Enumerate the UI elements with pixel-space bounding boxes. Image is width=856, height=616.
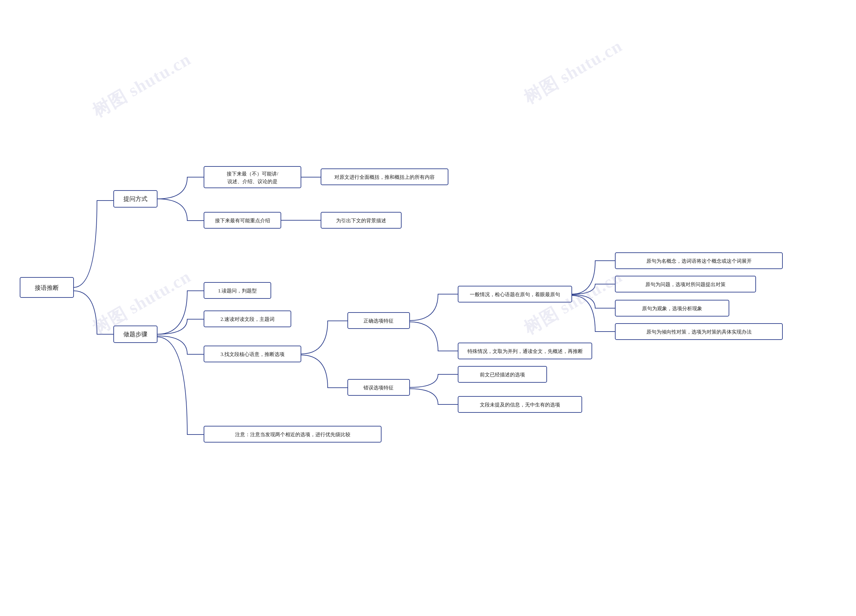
node-tqfs-c1 (204, 166, 301, 188)
label-yiban-s4: 原句为倾向性对策，选项为对策的具体实现办法 (647, 329, 752, 335)
edge-dtbs-s1 (157, 291, 204, 334)
label-wrong: 错误选项特征 (363, 385, 394, 390)
edge-correct-teshu (410, 322, 458, 351)
label-tqfs-c1a: 接下来最（不）可能讲/ (227, 171, 279, 177)
label-tqfs-c2: 接下来最有可能重点介绍 (215, 218, 270, 223)
label-yiban-s3: 原句为观象，选项分析现象 (642, 306, 702, 311)
edge-wrong-w1 (410, 374, 458, 387)
mindmap-container: 接语推断 提问方式 做题步骤 接下来最（不）可能讲/ 说述、介绍、议论的是 接下… (0, 0, 856, 616)
label-tqfs: 提问方式 (123, 195, 148, 202)
label-step1: 1.读题问，判题型 (218, 288, 257, 293)
label-teshu: 特殊情况，文取为并列，通读全文，先概述，再推断 (468, 349, 583, 354)
label-yiban-s2: 原句为问题，选项对所问题提出对策 (645, 282, 725, 287)
label-step2: 2.速读对读文段，主题词 (220, 316, 274, 322)
label-dtbs: 做题步骤 (123, 331, 148, 338)
label-note: 注意：注意当发现两个相近的选项，进行优先级比较 (235, 432, 350, 437)
edge-wrong-w2 (410, 389, 458, 404)
edge-step3-correct (301, 321, 348, 354)
edge-yiban-s4 (572, 295, 615, 332)
label-yiban-s1: 原句为名概念，选词语将这个概念或这个词展开 (647, 258, 752, 264)
edge-note (157, 337, 204, 435)
edge-root-tqfs (74, 201, 114, 287)
label-step3: 3.找文段核心语意，推断选项 (220, 352, 284, 357)
label-wrong-w1: 前文已经描述的选项 (480, 372, 525, 377)
edge-tqfs-c1 (157, 177, 204, 199)
edge-step3-wrong (301, 355, 348, 388)
root-label: 接语推断 (35, 284, 59, 291)
label-tqfs-r2: 为引出下文的背景描述 (336, 218, 386, 223)
label-tqfs-r1: 对原文进行全面概括，推和概括上的所有内容 (334, 175, 435, 180)
edge-yiban-s2 (572, 284, 615, 294)
label-tqfs-c1b: 说述、介绍、议论的是 (227, 179, 277, 184)
edge-correct-yiban (410, 294, 458, 321)
label-yiban: 一般情况，检心语题在原句，着眼最原句 (470, 292, 560, 297)
edge-tqfs-c2 (157, 199, 204, 221)
edge-yiban-s3 (572, 295, 615, 308)
mindmap-svg: 接语推断 提问方式 做题步骤 接下来最（不）可能讲/ 说述、介绍、议论的是 接下… (0, 0, 856, 616)
label-correct: 正确选项特征 (363, 318, 394, 324)
edge-root-dtbs (74, 291, 114, 334)
label-wrong-w2: 文段未提及的信息，无中生有的选项 (480, 402, 560, 407)
